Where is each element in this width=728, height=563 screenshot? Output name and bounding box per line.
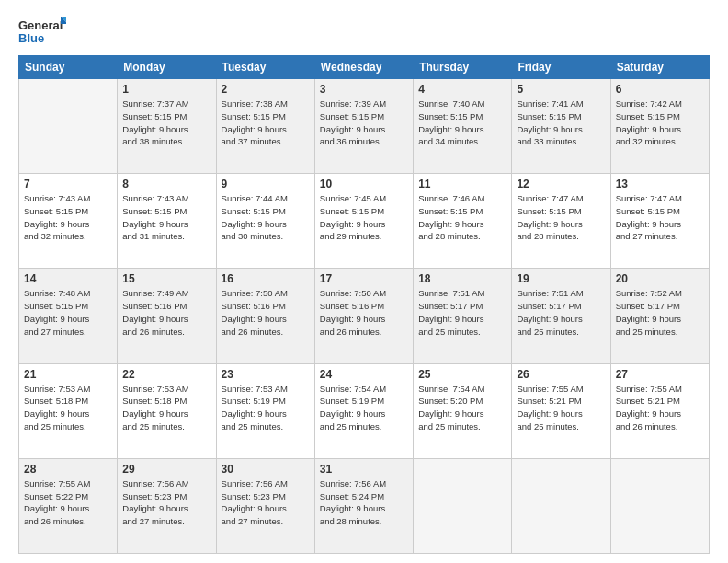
day-number: 29 [122, 463, 210, 476]
week-row-2: 14Sunrise: 7:48 AMSunset: 5:15 PMDayligh… [19, 269, 710, 363]
day-number: 13 [616, 178, 704, 190]
day-info: Sunrise: 7:43 AMSunset: 5:15 PMDaylight:… [122, 192, 210, 243]
day-number: 4 [418, 83, 506, 96]
day-info: Sunrise: 7:51 AMSunset: 5:17 PMDaylight:… [517, 287, 605, 338]
day-number: 18 [418, 272, 506, 285]
calendar-cell: 28Sunrise: 7:55 AMSunset: 5:22 PMDayligh… [19, 458, 118, 553]
day-info: Sunrise: 7:47 AMSunset: 5:15 PMDaylight:… [517, 192, 605, 243]
day-number: 19 [517, 272, 605, 285]
day-number: 28 [24, 463, 112, 476]
day-number: 23 [222, 368, 310, 381]
calendar-cell: 31Sunrise: 7:56 AMSunset: 5:24 PMDayligh… [314, 458, 413, 553]
day-info: Sunrise: 7:42 AMSunset: 5:15 PMDaylight:… [616, 98, 704, 148]
calendar-cell: 2Sunrise: 7:38 AMSunset: 5:15 PMDaylight… [216, 79, 314, 174]
day-info: Sunrise: 7:44 AMSunset: 5:15 PMDaylight:… [222, 192, 310, 243]
day-info: Sunrise: 7:43 AMSunset: 5:15 PMDaylight:… [24, 192, 112, 243]
calendar-cell: 16Sunrise: 7:50 AMSunset: 5:16 PMDayligh… [216, 269, 314, 363]
header: General Blue [18, 15, 710, 48]
calendar-cell: 17Sunrise: 7:50 AMSunset: 5:16 PMDayligh… [314, 269, 413, 363]
calendar-cell: 29Sunrise: 7:56 AMSunset: 5:23 PMDayligh… [118, 458, 216, 553]
calendar-cell: 5Sunrise: 7:41 AMSunset: 5:15 PMDaylight… [512, 79, 610, 174]
calendar-body: 1Sunrise: 7:37 AMSunset: 5:15 PMDaylight… [19, 79, 710, 554]
calendar-cell: 3Sunrise: 7:39 AMSunset: 5:15 PMDaylight… [314, 79, 413, 174]
calendar-cell: 20Sunrise: 7:52 AMSunset: 5:17 PMDayligh… [610, 269, 709, 363]
day-info: Sunrise: 7:48 AMSunset: 5:15 PMDaylight:… [24, 287, 112, 338]
day-number: 21 [24, 368, 112, 381]
day-info: Sunrise: 7:56 AMSunset: 5:24 PMDaylight:… [320, 477, 408, 528]
calendar-cell: 12Sunrise: 7:47 AMSunset: 5:15 PMDayligh… [512, 174, 610, 269]
calendar-cell: 19Sunrise: 7:51 AMSunset: 5:17 PMDayligh… [512, 269, 610, 363]
day-number: 30 [222, 463, 310, 476]
svg-text:General: General [18, 18, 63, 32]
day-number: 15 [122, 272, 210, 285]
day-number: 17 [320, 272, 408, 285]
day-number: 9 [222, 178, 310, 190]
day-number: 7 [24, 178, 112, 190]
calendar-cell: 15Sunrise: 7:49 AMSunset: 5:16 PMDayligh… [118, 269, 216, 363]
day-header-thursday: Thursday [414, 56, 512, 79]
day-number: 20 [616, 272, 704, 285]
day-info: Sunrise: 7:41 AMSunset: 5:15 PMDaylight:… [517, 98, 605, 148]
day-number: 6 [616, 83, 704, 96]
calendar-cell: 26Sunrise: 7:55 AMSunset: 5:21 PMDayligh… [512, 363, 610, 458]
day-header-sunday: Sunday [19, 56, 118, 79]
calendar-cell: 24Sunrise: 7:54 AMSunset: 5:19 PMDayligh… [314, 363, 413, 458]
week-row-4: 28Sunrise: 7:55 AMSunset: 5:22 PMDayligh… [19, 458, 710, 553]
day-number: 24 [320, 368, 408, 381]
calendar-table: SundayMondayTuesdayWednesdayThursdayFrid… [18, 55, 710, 554]
day-number: 14 [24, 272, 112, 285]
day-info: Sunrise: 7:47 AMSunset: 5:15 PMDaylight:… [616, 192, 704, 243]
day-info: Sunrise: 7:55 AMSunset: 5:22 PMDaylight:… [24, 477, 112, 528]
day-info: Sunrise: 7:53 AMSunset: 5:18 PMDaylight:… [122, 383, 210, 433]
day-number: 16 [222, 272, 310, 285]
calendar-cell: 13Sunrise: 7:47 AMSunset: 5:15 PMDayligh… [610, 174, 709, 269]
day-number: 22 [122, 368, 210, 381]
logo: General Blue [18, 15, 66, 48]
day-header-wednesday: Wednesday [314, 56, 413, 79]
day-info: Sunrise: 7:38 AMSunset: 5:15 PMDaylight:… [222, 98, 310, 148]
calendar-cell: 23Sunrise: 7:53 AMSunset: 5:19 PMDayligh… [216, 363, 314, 458]
svg-text:Blue: Blue [18, 31, 44, 45]
logo-icon: General Blue [18, 15, 66, 48]
calendar-cell: 21Sunrise: 7:53 AMSunset: 5:18 PMDayligh… [19, 363, 118, 458]
calendar-cell: 14Sunrise: 7:48 AMSunset: 5:15 PMDayligh… [19, 269, 118, 363]
day-number: 27 [616, 368, 704, 381]
day-number: 25 [418, 368, 506, 381]
calendar-cell: 22Sunrise: 7:53 AMSunset: 5:18 PMDayligh… [118, 363, 216, 458]
calendar-cell: 6Sunrise: 7:42 AMSunset: 5:15 PMDaylight… [610, 79, 709, 174]
day-number: 26 [517, 368, 605, 381]
week-row-3: 21Sunrise: 7:53 AMSunset: 5:18 PMDayligh… [19, 363, 710, 458]
day-info: Sunrise: 7:40 AMSunset: 5:15 PMDaylight:… [418, 98, 506, 148]
day-number: 11 [418, 178, 506, 190]
calendar-cell: 10Sunrise: 7:45 AMSunset: 5:15 PMDayligh… [314, 174, 413, 269]
day-info: Sunrise: 7:54 AMSunset: 5:20 PMDaylight:… [418, 383, 506, 433]
calendar-cell [414, 458, 512, 553]
week-row-1: 7Sunrise: 7:43 AMSunset: 5:15 PMDaylight… [19, 174, 710, 269]
day-info: Sunrise: 7:52 AMSunset: 5:17 PMDaylight:… [616, 287, 704, 338]
day-header-saturday: Saturday [610, 56, 709, 79]
day-info: Sunrise: 7:51 AMSunset: 5:17 PMDaylight:… [418, 287, 506, 338]
page: General Blue SundayMondayTuesdayWednesda… [0, 0, 728, 563]
day-number: 8 [122, 178, 210, 190]
calendar-header-row: SundayMondayTuesdayWednesdayThursdayFrid… [19, 56, 710, 79]
calendar-cell: 8Sunrise: 7:43 AMSunset: 5:15 PMDaylight… [118, 174, 216, 269]
day-number: 3 [320, 83, 408, 96]
calendar-cell: 1Sunrise: 7:37 AMSunset: 5:15 PMDaylight… [118, 79, 216, 174]
week-row-0: 1Sunrise: 7:37 AMSunset: 5:15 PMDaylight… [19, 79, 710, 174]
day-info: Sunrise: 7:54 AMSunset: 5:19 PMDaylight:… [320, 383, 408, 433]
day-header-tuesday: Tuesday [216, 56, 314, 79]
calendar-cell [512, 458, 610, 553]
calendar-cell [610, 458, 709, 553]
day-number: 1 [122, 83, 210, 96]
day-info: Sunrise: 7:53 AMSunset: 5:18 PMDaylight:… [24, 383, 112, 433]
day-info: Sunrise: 7:53 AMSunset: 5:19 PMDaylight:… [222, 383, 310, 433]
day-info: Sunrise: 7:50 AMSunset: 5:16 PMDaylight:… [320, 287, 408, 338]
day-info: Sunrise: 7:39 AMSunset: 5:15 PMDaylight:… [320, 98, 408, 148]
day-number: 2 [222, 83, 310, 96]
day-info: Sunrise: 7:55 AMSunset: 5:21 PMDaylight:… [517, 383, 605, 433]
calendar-cell: 18Sunrise: 7:51 AMSunset: 5:17 PMDayligh… [414, 269, 512, 363]
day-info: Sunrise: 7:56 AMSunset: 5:23 PMDaylight:… [222, 477, 310, 528]
calendar-cell [19, 79, 118, 174]
day-header-friday: Friday [512, 56, 610, 79]
day-info: Sunrise: 7:49 AMSunset: 5:16 PMDaylight:… [122, 287, 210, 338]
